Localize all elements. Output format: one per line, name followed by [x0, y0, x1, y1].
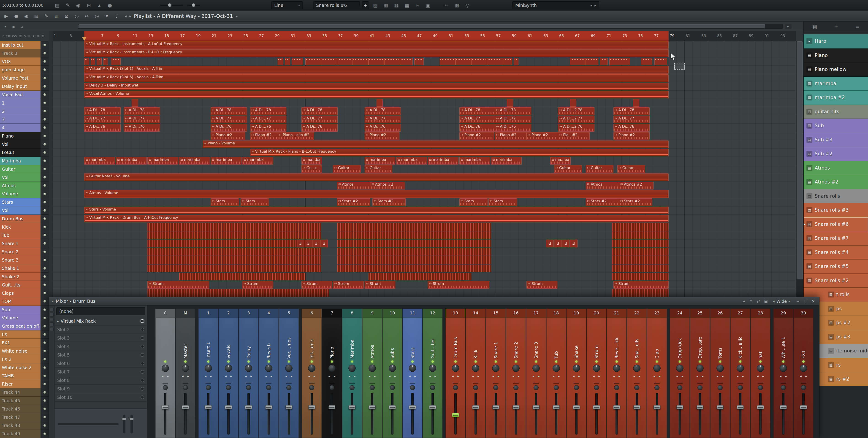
browser-window-icon[interactable]: ⊟ [413, 1, 422, 9]
send-knob[interactable] [410, 385, 415, 390]
stripe-clip[interactable] [147, 289, 329, 297]
strip-name[interactable]: Clap [654, 319, 659, 358]
pattern-clip[interactable]: ↦Strum [333, 281, 364, 288]
stripe-clip[interactable] [147, 248, 321, 256]
track-header[interactable]: 4 [0, 124, 49, 132]
stripe-clip[interactable] [612, 289, 669, 297]
strip-name[interactable]: Guit…tes [430, 319, 435, 358]
send-knob[interactable] [654, 385, 659, 390]
track-header[interactable]: Snare 2 [0, 248, 49, 256]
strip-body[interactable]: Ins…ents◂▸ [302, 317, 321, 438]
pattern-item[interactable]: ▤Snare rolls #3 [804, 203, 868, 217]
track-led-icon[interactable] [43, 151, 46, 154]
mini-pattern-clip[interactable] [570, 99, 577, 107]
pattern-clip[interactable]: ↦A Di…78 [614, 107, 650, 115]
pattern-item[interactable]: ▤Snare rolls #2 [804, 274, 868, 288]
pattern-item[interactable]: ▤marimba [804, 77, 868, 91]
pattern-clip[interactable]: ↦A Di…2 76 [558, 124, 594, 131]
mixer-strip[interactable]: 29Whi…se 1◂▸ [773, 309, 793, 438]
route-arrows[interactable]: ◂▸ [302, 374, 321, 378]
strip-name[interactable]: Atmos [370, 319, 375, 358]
pattern-clip[interactable]: ⊟Atmos #2 [370, 182, 405, 189]
slot-enable-led-icon[interactable] [141, 396, 144, 399]
view-grid-icon[interactable]: ▦ [812, 24, 817, 30]
mixer-strip[interactable]: 24Drop kick◂▸ [670, 309, 690, 438]
strip-name[interactable]: Sna…olls [634, 319, 639, 358]
target-icon[interactable]: ◎ [463, 1, 472, 9]
stripe-clip[interactable] [337, 240, 491, 247]
strip-name[interactable]: Piano [330, 319, 334, 358]
strip-name[interactable]: Snare 3 [534, 319, 538, 358]
mixer-strip[interactable]: 16Snare 2◂▸ [506, 309, 526, 438]
track-header[interactable]: Delay input [0, 83, 49, 91]
strip-led-icon[interactable] [656, 361, 658, 363]
record-icon[interactable]: ● [12, 12, 21, 20]
pattern-item[interactable]: ▤Snare rolls #7 [804, 231, 868, 246]
fader-thumb[interactable] [696, 405, 704, 409]
vocal-chop-clip[interactable] [285, 58, 290, 65]
tools-icon[interactable]: ≈ [442, 1, 451, 9]
ruler-bar-label[interactable]: 3 [70, 34, 72, 38]
volume-fader[interactable] [351, 393, 353, 435]
slip-edit-icon[interactable]: ▨ [32, 12, 41, 20]
route-arrows[interactable]: ◂▸ [176, 374, 195, 378]
ruler-bar-label[interactable]: 61 [528, 34, 532, 38]
slot-enable-led-icon[interactable] [141, 387, 144, 390]
mixer-strip[interactable]: 21Reve…ick◂▸ [607, 309, 626, 438]
strip-body[interactable]: Reverb◂▸ [259, 317, 279, 438]
strip-name[interactable]: FX1 [801, 319, 806, 358]
grid-row[interactable] [53, 248, 796, 256]
pan-knob[interactable] [593, 365, 600, 372]
pattern-clip[interactable]: ↦Strum [428, 281, 489, 288]
automation-clip[interactable]: ≈Virtual Mix Rack - Instruments - A-LoCu… [84, 41, 669, 49]
volume-fader[interactable] [515, 393, 517, 435]
mixer-strip[interactable]: 4Reverb◂▸ [259, 309, 279, 438]
pattern-clip[interactable]: Ǝ [554, 240, 562, 247]
vocal-chop-clip[interactable] [609, 58, 630, 65]
strip-body[interactable]: Piano◂▸ [322, 317, 342, 438]
strip-body[interactable]: Master◂▸ [176, 317, 195, 438]
mixer-strip[interactable]: 11Stars◂▸ [403, 309, 422, 438]
pattern-item[interactable]: ▸Harp [804, 34, 868, 49]
strip-name[interactable]: Drop…are [698, 319, 703, 358]
ruler-bar-label[interactable]: 15 [164, 34, 169, 38]
ruler-bar-label[interactable]: 43 [385, 34, 390, 38]
strip-number[interactable]: 15 [486, 309, 506, 317]
track-header[interactable]: Track 45 [0, 397, 49, 405]
pan-knob[interactable] [452, 365, 459, 372]
mixer-plugin-slot[interactable]: Slot 10 [55, 393, 147, 402]
route-arrows[interactable]: ◂▸ [155, 374, 175, 378]
stripe-clip[interactable] [147, 240, 321, 247]
strip-number[interactable]: 17 [526, 309, 546, 317]
stripe-clip[interactable] [179, 273, 305, 280]
volume-fader[interactable] [207, 393, 210, 435]
send-knob[interactable] [634, 385, 639, 390]
route-arrows[interactable]: ◂▸ [446, 374, 465, 378]
grid-row[interactable]: ≈Guitar Notes - Volume [53, 173, 796, 182]
pattern-clip[interactable]: ⊟Stars #2 [337, 198, 370, 206]
slide-icon[interactable]: ↔ [83, 12, 91, 20]
route-arrows[interactable]: ◂▸ [607, 374, 626, 378]
strip-body[interactable]: Marimba◂▸ [342, 317, 362, 438]
strip-number[interactable]: 24 [670, 309, 690, 317]
pattern-clip[interactable]: ⊟Stars #2 [372, 198, 406, 206]
strip-number[interactable]: 10 [382, 309, 402, 317]
track-led-icon[interactable] [43, 44, 46, 46]
ruler-bar-label[interactable]: 39 [354, 34, 359, 38]
record-blend-icon[interactable]: ● [105, 1, 115, 9]
track-header[interactable]: Gross beat on off [0, 322, 49, 331]
strip-name[interactable]: Drum Bus [453, 319, 458, 358]
track-led-icon[interactable] [43, 193, 46, 195]
pattern-clip[interactable]: Ǝ [562, 240, 569, 247]
strip-body[interactable]: Shake◂▸ [566, 317, 586, 438]
strip-body[interactable]: ◂▸ [155, 317, 175, 438]
mixer-strip[interactable]: 18Tub◂▸ [547, 309, 566, 438]
strip-number[interactable]: 14 [466, 309, 486, 317]
route-arrows[interactable]: ◂▸ [259, 374, 279, 378]
pattern-clip[interactable]: ⊟Stars [459, 198, 488, 206]
mixer-strip[interactable]: 1Insert 1◂▸ [198, 309, 218, 438]
strip-led-icon[interactable] [331, 361, 333, 363]
pattern-clip[interactable]: ↦Strum [614, 281, 669, 288]
stripe-clip[interactable] [612, 223, 669, 231]
automation-clip[interactable]: ≈Guitar Notes - Volume [84, 174, 669, 181]
